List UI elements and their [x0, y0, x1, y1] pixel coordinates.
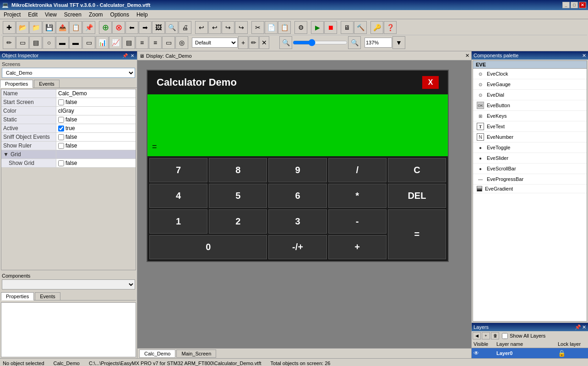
- comp-evescrollbar[interactable]: ● EveScrollBar: [473, 164, 587, 174]
- prop-startscreen-cb[interactable]: [58, 99, 64, 105]
- menu-zoom[interactable]: Zoom: [85, 11, 107, 19]
- remove-btn[interactable]: ⊗: [112, 21, 125, 34]
- print-btn[interactable]: 🖨: [179, 21, 191, 34]
- calc-btn-2[interactable]: 2: [209, 209, 267, 234]
- minimize-button[interactable]: _: [562, 2, 570, 8]
- zoom-input[interactable]: [365, 38, 392, 48]
- open2-button[interactable]: 📁: [29, 21, 42, 34]
- comp-evegauge[interactable]: ⊙ EveGauge: [473, 79, 587, 90]
- display-close-btn[interactable]: ✕: [465, 53, 469, 59]
- fill-btn[interactable]: ▤: [29, 36, 42, 49]
- open-button[interactable]: 📂: [16, 21, 29, 34]
- preset-edit-btn[interactable]: ✏: [249, 36, 259, 49]
- comp-evetoggle[interactable]: ● EveToggle: [473, 142, 587, 153]
- show-all-checkbox[interactable]: [502, 333, 508, 339]
- layers-del-btn[interactable]: 🗑: [491, 332, 499, 339]
- btn7[interactable]: 📊: [96, 36, 109, 49]
- comp-evedial[interactable]: ⊙ EveDial: [473, 90, 587, 100]
- tab-main-screen[interactable]: Main_Screen: [176, 350, 216, 358]
- save2-button[interactable]: 📤: [56, 21, 69, 34]
- zoom-out-btn[interactable]: 🔍: [279, 36, 292, 49]
- calc-btn-0[interactable]: 0: [149, 235, 267, 259]
- panel-pin-btn[interactable]: 📌: [121, 53, 129, 58]
- zoom-slider[interactable]: [293, 39, 348, 46]
- rect-btn[interactable]: ▭: [16, 36, 29, 49]
- prop-static-cb[interactable]: [58, 117, 64, 123]
- btn12[interactable]: ▭: [162, 36, 175, 49]
- calc-btn-del[interactable]: DEL: [388, 184, 446, 208]
- btn13[interactable]: ◎: [175, 36, 188, 49]
- comp-eveclock[interactable]: ⊙ EveClock: [473, 69, 587, 79]
- menu-view[interactable]: View: [41, 11, 60, 19]
- comp-eveprogressbar[interactable]: — EveProgressBar: [473, 174, 587, 185]
- preset-del-btn[interactable]: ✕: [259, 36, 269, 49]
- calc-btn-1[interactable]: 1: [149, 209, 207, 234]
- preset-select[interactable]: Default: [192, 38, 238, 48]
- comp-eveslider[interactable]: ● EveSlider: [473, 153, 587, 164]
- undo-btn[interactable]: ↩: [195, 21, 208, 34]
- layers-add-btn[interactable]: +: [482, 332, 490, 339]
- prop-showgrid-cb[interactable]: [58, 160, 64, 166]
- undo2-btn[interactable]: ↩: [208, 21, 221, 34]
- paste-btn[interactable]: 📋: [278, 21, 291, 34]
- screen-btn[interactable]: 🖥: [341, 21, 354, 34]
- calc-btn-3[interactable]: 3: [268, 209, 327, 234]
- layers-pin-btn[interactable]: 📌: [575, 324, 581, 330]
- palette-close-btn[interactable]: ✕: [582, 53, 586, 59]
- calc-btn-4[interactable]: 4: [149, 184, 207, 208]
- prop-ruler-cb[interactable]: [58, 143, 64, 149]
- stop-btn[interactable]: ⏹: [324, 21, 337, 34]
- zoom-drop-btn[interactable]: ▼: [392, 36, 405, 49]
- btn9[interactable]: ▤: [122, 36, 135, 49]
- calc-btn-div[interactable]: /: [328, 158, 387, 182]
- draw-btn[interactable]: ✏: [3, 36, 16, 49]
- menu-project[interactable]: Project: [0, 11, 24, 19]
- find-btn[interactable]: 🔍: [165, 21, 178, 34]
- redo-btn[interactable]: ↪: [222, 21, 234, 34]
- comp-evetext[interactable]: T EveText: [473, 121, 587, 132]
- calc-btn-neg[interactable]: -/+: [268, 235, 327, 259]
- clip-button[interactable]: 📌: [82, 21, 95, 34]
- calc-btn-mul[interactable]: *: [328, 184, 387, 208]
- preset-add-btn[interactable]: +: [238, 36, 248, 49]
- maximize-button[interactable]: □: [571, 2, 578, 8]
- menu-help[interactable]: Help: [133, 11, 152, 19]
- btn11[interactable]: ≡: [149, 36, 162, 49]
- comp-evebutton[interactable]: OK EveButton: [473, 100, 587, 111]
- calc-close-button[interactable]: X: [422, 76, 439, 89]
- redo2-btn[interactable]: ↪: [235, 21, 248, 34]
- btn6[interactable]: ▭: [82, 36, 95, 49]
- calc-btn-c[interactable]: C: [388, 158, 446, 182]
- calc-btn-9[interactable]: 9: [268, 158, 327, 182]
- import-btn[interactable]: ⬅: [125, 21, 138, 34]
- cut-btn[interactable]: ✂: [251, 21, 264, 34]
- img-btn[interactable]: 🖼: [152, 21, 165, 34]
- panel-close-btn[interactable]: ✕: [130, 53, 135, 58]
- calc-btn-7[interactable]: 7: [149, 158, 207, 182]
- prop-active-cb[interactable]: [58, 126, 64, 131]
- components-select[interactable]: [2, 279, 135, 290]
- close-button[interactable]: ✕: [579, 2, 586, 8]
- prop-sniff-cb[interactable]: [58, 134, 64, 140]
- copy-btn[interactable]: 📄: [265, 21, 278, 34]
- export-button[interactable]: 📋: [69, 21, 82, 34]
- save-button[interactable]: 💾: [43, 21, 55, 34]
- btn10[interactable]: ≡: [136, 36, 148, 49]
- tab-events[interactable]: Events: [34, 80, 60, 87]
- circle-btn[interactable]: ○: [43, 36, 55, 49]
- calc-btn-8[interactable]: 8: [209, 158, 267, 182]
- export2-btn[interactable]: ➡: [139, 21, 152, 34]
- add-btn[interactable]: ⊕: [99, 21, 112, 34]
- tab-properties[interactable]: Properties: [0, 80, 33, 88]
- btn8[interactable]: 📈: [109, 36, 122, 49]
- menu-edit[interactable]: Edit: [24, 11, 41, 19]
- layers-row-layer0[interactable]: 👁 Layer0 🔒: [472, 348, 588, 358]
- comp-evekeys[interactable]: ⊞ EveKeys: [473, 111, 587, 121]
- new-button[interactable]: ✚: [3, 21, 16, 34]
- canvas-container[interactable]: Calculator Demo X = 7 8 9 /: [137, 60, 471, 348]
- bar2-btn[interactable]: ▬: [69, 36, 82, 49]
- calc-btn-plus[interactable]: +: [328, 235, 387, 259]
- zoom-in-btn[interactable]: 🔍: [348, 36, 361, 49]
- calc-btn-minus[interactable]: -: [328, 209, 387, 234]
- calc-btn-5[interactable]: 5: [209, 184, 267, 208]
